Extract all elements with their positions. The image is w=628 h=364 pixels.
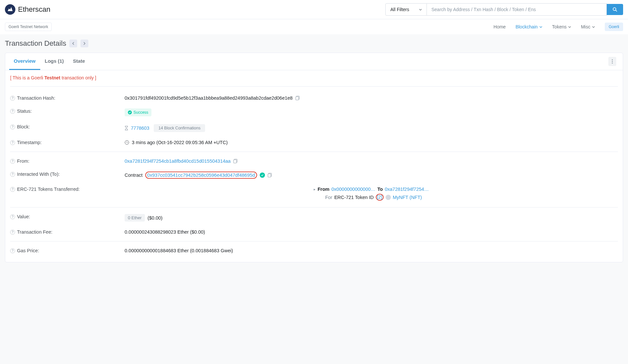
transfer-line-2: For ERC-721 Token ID [2] MyNFT (NFT) bbox=[321, 194, 422, 201]
network-badge: Goerli Testnet Network bbox=[5, 23, 52, 31]
nav-tokens-label: Tokens bbox=[552, 24, 567, 29]
divider bbox=[10, 241, 618, 241]
prev-tx-button[interactable] bbox=[69, 40, 77, 47]
copy-icon[interactable] bbox=[268, 173, 272, 177]
row-tx-hash: ?Transaction Hash: 0x301791fdf492001fcd9… bbox=[10, 91, 618, 105]
filter-dropdown[interactable]: All Filters bbox=[385, 3, 427, 16]
timestamp-value: 3 mins ago (Oct-16-2022 09:05:36 AM +UTC… bbox=[132, 140, 228, 145]
help-icon[interactable]: ? bbox=[10, 230, 15, 235]
row-gas: ?Gas Price: 0.000000000001884683 Ether (… bbox=[10, 244, 618, 257]
search-area: All Filters bbox=[385, 3, 623, 16]
kebab-icon bbox=[612, 59, 613, 64]
testnet-warning: [ This is a Goerli Testnet transaction o… bbox=[10, 75, 618, 87]
gas-value: 0.000000000001884683 Ether (0.001884683 … bbox=[125, 248, 233, 253]
svg-point-3 bbox=[612, 61, 613, 62]
highlight-token-id: [2] bbox=[376, 194, 384, 201]
svg-point-2 bbox=[612, 59, 613, 60]
token-icon bbox=[386, 195, 391, 200]
chevron-down-icon bbox=[592, 25, 595, 28]
help-icon[interactable]: ? bbox=[10, 214, 15, 219]
row-to: ?Interacted With (To): Contract 0x937cc0… bbox=[10, 168, 618, 183]
row-from: ?From: 0xa7281f294f7254cb1a8fbd40cd15d01… bbox=[10, 155, 618, 168]
row-timestamp: ?Timestamp: 3 mins ago (Oct-16-2022 09:0… bbox=[10, 136, 618, 149]
divider bbox=[10, 152, 618, 152]
help-icon[interactable]: ? bbox=[10, 109, 15, 114]
search-input[interactable] bbox=[427, 3, 607, 16]
row-block: ?Block: 7778603 14 Block Confirmations bbox=[10, 120, 618, 136]
nav-blockchain-label: Blockchain bbox=[515, 24, 538, 29]
hourglass-icon bbox=[125, 126, 128, 130]
token-name-link[interactable]: MyNFT (NFT) bbox=[393, 195, 422, 200]
page-title: Transaction Details bbox=[5, 39, 66, 48]
goerli-badge[interactable]: Goerli bbox=[605, 23, 623, 31]
status-badge: Success bbox=[125, 108, 151, 116]
row-value: ?Value: 0 Ether ($0.00) bbox=[10, 210, 618, 225]
main-content: Transaction Details Overview Logs (1) St… bbox=[0, 34, 628, 364]
transfer-to-link[interactable]: 0xa7281f294f7254… bbox=[385, 187, 429, 192]
svg-rect-12 bbox=[268, 174, 271, 177]
nav-misc-label: Misc bbox=[581, 24, 590, 29]
to-address-link[interactable]: 0x937cc03541cc7942b258c0596e43d047df4869… bbox=[147, 173, 255, 178]
from-address-link[interactable]: 0xa7281f294f7254cb1a8fbd40cd15d015504314… bbox=[125, 158, 231, 164]
nav-misc[interactable]: Misc bbox=[581, 24, 595, 29]
verified-icon bbox=[260, 173, 265, 178]
copy-icon[interactable] bbox=[295, 96, 300, 100]
to-prefix: Contract bbox=[125, 173, 143, 178]
etherscan-logo-icon bbox=[5, 4, 15, 15]
value-usd: ($0.00) bbox=[148, 215, 163, 221]
svg-point-0 bbox=[613, 8, 616, 10]
tab-overview[interactable]: Overview bbox=[9, 53, 40, 70]
sub-header: Goerli Testnet Network Home Blockchain T… bbox=[0, 19, 628, 34]
fee-value: 0.000000243088298023 Ether ($0.00) bbox=[125, 229, 205, 235]
row-status: ?Status: Success bbox=[10, 105, 618, 120]
help-icon[interactable]: ? bbox=[10, 159, 15, 164]
transfer-from-link[interactable]: 0x0000000000000… bbox=[331, 187, 375, 192]
nav-tokens[interactable]: Tokens bbox=[552, 24, 571, 29]
svg-rect-10 bbox=[234, 160, 236, 163]
search-button[interactable] bbox=[607, 4, 623, 15]
confirmations-badge: 14 Block Confirmations bbox=[154, 124, 205, 132]
filter-label: All Filters bbox=[390, 7, 409, 12]
details-card: Overview Logs (1) State [ This is a Goer… bbox=[5, 53, 623, 262]
chevron-left-icon bbox=[72, 42, 75, 45]
help-icon[interactable]: ? bbox=[10, 187, 15, 192]
logo[interactable]: Etherscan bbox=[5, 4, 50, 15]
tabs-row: Overview Logs (1) State bbox=[5, 53, 623, 70]
check-circle-icon bbox=[128, 110, 132, 114]
highlight-contract-address: 0x937cc03541cc7942b258c0596e43d047df4869… bbox=[145, 172, 257, 179]
page-title-row: Transaction Details bbox=[5, 39, 623, 48]
row-erc721: ?ERC-721 Tokens Transferred: ▸ From 0x00… bbox=[10, 183, 618, 205]
chevron-right-icon bbox=[83, 42, 86, 45]
tab-logs[interactable]: Logs (1) bbox=[40, 53, 68, 70]
svg-point-4 bbox=[612, 63, 613, 64]
block-link[interactable]: 7778603 bbox=[131, 125, 149, 131]
nav-home[interactable]: Home bbox=[494, 24, 506, 29]
nav-menu: Home Blockchain Tokens Misc Goerli bbox=[494, 23, 623, 31]
search-icon bbox=[613, 7, 617, 12]
help-icon[interactable]: ? bbox=[10, 124, 15, 129]
help-icon[interactable]: ? bbox=[10, 248, 15, 253]
row-fee: ?Transaction Fee: 0.000000243088298023 E… bbox=[10, 225, 618, 239]
copy-icon[interactable] bbox=[233, 159, 238, 163]
transfer-line-1: ▸ From 0x0000000000000… To 0xa7281f294f7… bbox=[314, 187, 429, 192]
next-tx-button[interactable] bbox=[80, 40, 88, 47]
svg-line-1 bbox=[616, 10, 617, 11]
chevron-down-icon bbox=[568, 25, 571, 28]
logo-text: Etherscan bbox=[18, 5, 50, 14]
chevron-down-icon bbox=[539, 25, 542, 28]
svg-rect-6 bbox=[296, 97, 299, 100]
value-ether-badge: 0 Ether bbox=[125, 214, 145, 222]
tab-more-button[interactable] bbox=[608, 57, 616, 66]
help-icon[interactable]: ? bbox=[10, 140, 15, 145]
tab-state[interactable]: State bbox=[68, 53, 90, 70]
top-header: Etherscan All Filters bbox=[0, 0, 628, 19]
caret-right-icon: ▸ bbox=[314, 187, 316, 191]
tx-hash-value: 0x301791fdf492001fcd9d5e5b12f3aa1bbbea9a… bbox=[125, 95, 293, 101]
content-body: [ This is a Goerli Testnet transaction o… bbox=[5, 70, 623, 262]
help-icon[interactable]: ? bbox=[10, 172, 15, 177]
divider bbox=[10, 207, 618, 207]
nav-blockchain[interactable]: Blockchain bbox=[515, 24, 542, 29]
chevron-down-icon bbox=[419, 8, 422, 11]
help-icon[interactable]: ? bbox=[10, 96, 15, 101]
token-id-link[interactable]: [2] bbox=[377, 194, 382, 200]
